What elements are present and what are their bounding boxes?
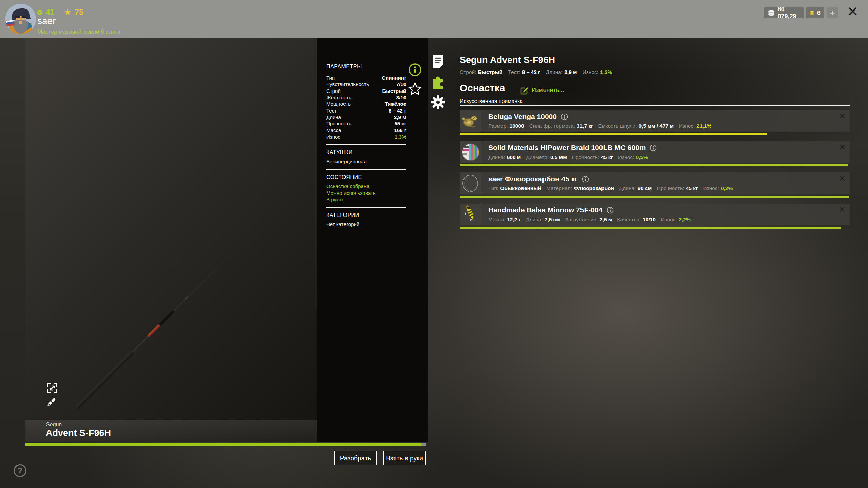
rig-item-card[interactable]: Beluga Venga 10000Размер:10000Сила фр. т… bbox=[460, 110, 850, 132]
tab-settings[interactable] bbox=[431, 95, 446, 110]
parameters-list: ТипСпиннингЧувствительность7/10СтройБыст… bbox=[326, 75, 406, 140]
rig-item-text: Handmade Balsa Minnow 75F-004Масса:12,2 … bbox=[488, 204, 833, 225]
item-durability-fill bbox=[460, 164, 848, 166]
stat-value: 0,2% bbox=[721, 185, 733, 191]
stat-value: Быстрый bbox=[478, 69, 503, 75]
take-in-hands-button[interactable]: Взять в руки bbox=[383, 451, 426, 465]
stat-pair: Масса:12,2 г bbox=[488, 217, 521, 223]
info-icon[interactable] bbox=[607, 207, 614, 214]
parameters-title: ПАРАМЕТРЫ bbox=[326, 64, 406, 70]
parameter-label: Износ bbox=[326, 134, 340, 140]
rod-handle bbox=[75, 351, 134, 410]
stat-label: Длина: bbox=[619, 185, 636, 191]
parameter-label: Жёсткость bbox=[326, 95, 351, 100]
remove-item-button[interactable]: ✕ bbox=[839, 143, 846, 151]
info-icon[interactable] bbox=[650, 144, 657, 151]
stat-label: Тип: bbox=[488, 185, 498, 191]
edit-rig-link[interactable]: Изменить... bbox=[520, 86, 564, 95]
rod-durability-bar bbox=[25, 443, 426, 446]
expand-icon[interactable] bbox=[46, 382, 58, 394]
stat-pair: Сила фр. тормоза:31,7 кг bbox=[529, 123, 593, 129]
item-durability-fill bbox=[460, 133, 767, 135]
rig-item-title-row: Handmade Balsa Minnow 75F-004 bbox=[488, 206, 614, 214]
parameter-label: Масса bbox=[326, 127, 341, 133]
categories-value: Нет категорий bbox=[326, 221, 406, 227]
favorite-star-icon[interactable] bbox=[408, 82, 422, 96]
reels-value: Безынерционная bbox=[326, 158, 406, 165]
silver-balance-badge[interactable]: 86 079,29 bbox=[764, 7, 804, 18]
close-icon[interactable]: ✕ bbox=[847, 5, 859, 18]
rig-section-title: Оснастка bbox=[460, 83, 505, 94]
stat-label: Прочность: bbox=[572, 154, 599, 160]
stat-label: Износ: bbox=[618, 154, 634, 160]
stat-value: 10/10 bbox=[643, 217, 656, 223]
rig-item-card[interactable]: Handmade Balsa Minnow 75F-004Масса:12,2 … bbox=[460, 204, 850, 225]
stat-value: 2,5 м bbox=[599, 217, 612, 223]
stat-label: Ёмкость шпули: bbox=[598, 123, 637, 129]
rig-item-card[interactable]: saer Флюорокарбон 45 кгТип:ОбыкновенныйМ… bbox=[460, 172, 850, 194]
player-stars: 75 bbox=[75, 8, 83, 17]
stat-label: Материал: bbox=[546, 185, 572, 191]
item-stats: Размер:10000Сила фр. тормоза:31,7 кгЁмко… bbox=[488, 123, 711, 129]
stat-pair: Размер:10000 bbox=[488, 123, 524, 129]
remove-item-button[interactable]: ✕ bbox=[839, 175, 846, 183]
parameter-label: Строй bbox=[326, 88, 341, 94]
stat-pair: Тест:8 – 42 г bbox=[508, 69, 540, 75]
tab-description[interactable] bbox=[431, 54, 446, 69]
stat-label: Размер: bbox=[488, 123, 508, 129]
rig-item-title-row: Solid Materials HiPower Braid 100LB MC 6… bbox=[488, 144, 657, 152]
stat-value: Флюорокарбон bbox=[574, 185, 614, 191]
remove-item-button[interactable]: ✕ bbox=[839, 112, 846, 120]
player-rank-title: Мастер маховой ловли 6 ранга bbox=[37, 28, 120, 35]
disassemble-button[interactable]: Разобрать bbox=[334, 451, 377, 465]
stat-value: 0,5 мм bbox=[550, 154, 567, 160]
gold-coins-icon bbox=[810, 9, 814, 17]
info-icon[interactable] bbox=[408, 63, 422, 77]
tab-rig[interactable] bbox=[431, 75, 446, 89]
item-thumbnail bbox=[460, 204, 481, 225]
info-icon bbox=[561, 113, 568, 120]
edit-rig-label: Изменить... bbox=[532, 87, 564, 94]
add-funds-button[interactable]: + bbox=[827, 7, 838, 18]
rod-red-label bbox=[147, 324, 161, 338]
stat-pair: Материал:Флюорокарбон bbox=[546, 185, 614, 191]
stat-pair: Строй:Быстрый bbox=[460, 69, 502, 75]
stat-value: 12,2 г bbox=[507, 217, 521, 223]
item-durability-bar bbox=[460, 227, 850, 229]
divider bbox=[326, 144, 406, 145]
parameter-value: 8/10 bbox=[396, 95, 406, 100]
info-icon[interactable] bbox=[582, 176, 589, 183]
remove-item-button[interactable]: ✕ bbox=[839, 206, 846, 214]
rig-item-card[interactable]: Solid Materials HiPower Braid 100LB MC 6… bbox=[460, 141, 850, 163]
item-thumbnail bbox=[460, 141, 481, 163]
stat-pair: Длина:600 м bbox=[488, 154, 521, 160]
stat-value: 31,7 кг bbox=[577, 123, 593, 129]
gold-balance-badge[interactable]: 6 bbox=[806, 7, 824, 18]
stat-value: 8 – 42 г bbox=[522, 69, 540, 75]
parameter-label: Прочность bbox=[326, 121, 351, 126]
parameter-label: Мощность bbox=[326, 101, 351, 107]
stat-value: 45 кг bbox=[686, 185, 698, 191]
braid-thumbnail-image bbox=[460, 141, 481, 163]
rig-item-row: Beluga Venga 10000Размер:10000Сила фр. т… bbox=[460, 110, 850, 137]
info-icon bbox=[650, 144, 657, 151]
item-brand: Segun bbox=[46, 422, 62, 428]
stat-label: Масса: bbox=[488, 217, 505, 223]
parameter-label: Тип bbox=[326, 75, 335, 81]
level-ring-icon bbox=[37, 10, 42, 15]
rig-item-row: Solid Materials HiPower Braid 100LB MC 6… bbox=[460, 141, 850, 168]
stat-label: Износ: bbox=[661, 217, 677, 223]
info-icon[interactable] bbox=[561, 113, 568, 120]
item-name: Handmade Balsa Minnow 75F-004 bbox=[488, 206, 603, 214]
stat-pair: Износ:0,5% bbox=[618, 154, 648, 160]
rig-item-text: Beluga Venga 10000Размер:10000Сила фр. т… bbox=[488, 110, 833, 132]
paint-pencil-icon[interactable] bbox=[45, 396, 57, 407]
help-button[interactable]: ? bbox=[14, 464, 26, 477]
rod-durability-fill bbox=[25, 443, 421, 446]
state-line: Можно использовать bbox=[326, 190, 406, 196]
parameter-row: МощностьТяжёлое bbox=[326, 101, 406, 107]
item-durability-fill bbox=[460, 196, 849, 198]
avatar[interactable] bbox=[5, 4, 36, 34]
rig-subtitle: Искусственная приманка bbox=[460, 98, 523, 104]
stat-label: Строй: bbox=[460, 69, 476, 75]
